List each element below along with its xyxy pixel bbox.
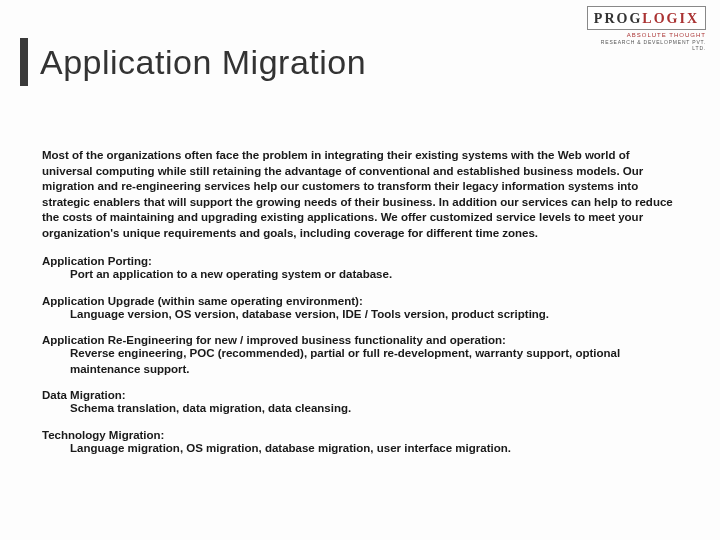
section-body: Schema translation, data migration, data…	[70, 401, 678, 417]
page-title: Application Migration	[40, 43, 366, 82]
intro-paragraph: Most of the organizations often face the…	[42, 148, 678, 241]
brand-logo: PROGLOGIX ABSOLUTE THOUGHT RESEARCH & DE…	[586, 6, 706, 51]
section-application-porting: Application Porting: Port an application…	[42, 255, 678, 283]
section-heading: Application Re-Engineering for new / imp…	[42, 334, 678, 346]
section-technology-migration: Technology Migration: Language migration…	[42, 429, 678, 457]
content-area: Most of the organizations often face the…	[42, 148, 678, 468]
section-body: Language version, OS version, database v…	[70, 307, 678, 323]
logo-tagline: ABSOLUTE THOUGHT	[586, 32, 706, 38]
section-heading: Application Porting:	[42, 255, 678, 267]
section-data-migration: Data Migration: Schema translation, data…	[42, 389, 678, 417]
section-heading: Data Migration:	[42, 389, 678, 401]
section-application-upgrade: Application Upgrade (within same operati…	[42, 295, 678, 323]
section-heading: Application Upgrade (within same operati…	[42, 295, 678, 307]
section-body: Reverse engineering, POC (recommended), …	[70, 346, 678, 377]
logo-text-part1: PROG	[594, 11, 642, 26]
title-block: Application Migration	[20, 38, 366, 86]
section-body: Language migration, OS migration, databa…	[70, 441, 678, 457]
logo-subline: RESEARCH & DEVELOPMENT PVT. LTD.	[586, 39, 706, 51]
section-body: Port an application to a new operating s…	[70, 267, 678, 283]
section-heading: Technology Migration:	[42, 429, 678, 441]
accent-bar-icon	[20, 38, 28, 86]
section-re-engineering: Application Re-Engineering for new / imp…	[42, 334, 678, 377]
logo-text-part2: LOGIX	[642, 11, 699, 26]
logo-box: PROGLOGIX	[587, 6, 706, 30]
